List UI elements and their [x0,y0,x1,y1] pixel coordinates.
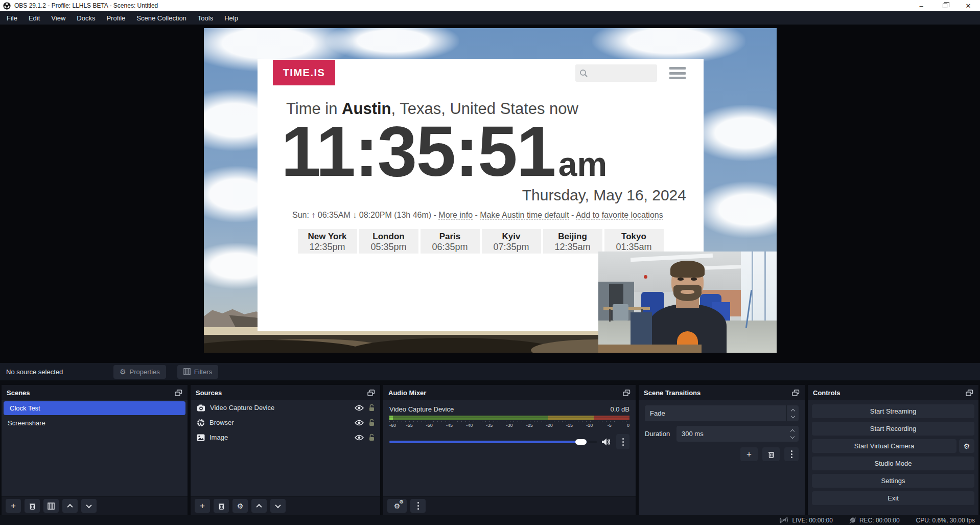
controls-panel: Controls Start Streaming Start Recording… [807,384,979,515]
unlock-icon[interactable] [368,419,375,426]
virtual-camera-settings-button[interactable]: ⚙ [959,439,974,453]
popout-icon[interactable] [623,390,631,396]
eye-icon[interactable] [355,420,364,426]
filters-button[interactable]: Filters [177,365,218,379]
filter-icon [48,503,55,510]
rec-status: REC: 00:00:00 [849,517,900,524]
duration-input[interactable]: 300 ms [676,426,799,442]
volume-slider[interactable] [389,441,597,443]
start-streaming-button[interactable]: Start Streaming [812,404,974,418]
eye-icon[interactable] [355,435,364,441]
mixer-menu-button[interactable] [410,499,426,513]
cloud [694,181,777,238]
start-recording-button[interactable]: Start Recording [812,422,974,436]
vertical-dots-icon [622,438,624,446]
menu-edit[interactable]: Edit [23,11,45,25]
remove-scene-button[interactable] [25,499,40,513]
city-tile-london[interactable]: London 05:35pm [359,229,418,254]
properties-button[interactable]: ⚙ Properties [113,365,166,379]
advanced-audio-button[interactable]: ⚙⚙ [387,499,407,513]
studio-mode-button[interactable]: Studio Mode [812,456,974,470]
volume-slider-handle[interactable] [575,439,587,445]
city-tile-new-york[interactable]: New York 12:35pm [298,229,357,254]
vertical-dots-icon [791,450,792,458]
move-source-down-button[interactable] [270,499,286,513]
webcam-video-source[interactable] [598,252,777,353]
menu-profile[interactable]: Profile [101,11,131,25]
audio-mixer-panel: Audio Mixer Video Capture Device 0.0 dB [383,384,636,515]
audio-mixer-title: Audio Mixer [388,389,426,397]
unlock-icon[interactable] [368,404,375,412]
controls-title: Controls [813,389,840,397]
move-source-up-button[interactable] [251,499,267,513]
menu-bar: File Edit View Docks Profile Scene Colle… [0,11,980,25]
exit-button[interactable]: Exit [812,491,974,505]
menu-scene-collection[interactable]: Scene Collection [131,11,192,25]
menu-docks[interactable]: Docks [71,11,101,25]
move-scene-down-button[interactable] [81,499,97,513]
more-info-link[interactable]: More info [438,211,473,220]
sources-title: Sources [196,389,222,397]
menu-help[interactable]: Help [219,11,244,25]
city-tile-kyiv[interactable]: Kyiv 07:35pm [482,229,541,254]
city-tile-beijing[interactable]: Beijing 12:35am [543,229,602,254]
source-item-video-capture[interactable]: Video Capture Device [191,400,380,415]
city-tile-paris[interactable]: Paris 06:35pm [421,229,480,254]
add-scene-button[interactable]: + [6,499,21,513]
popout-icon[interactable] [792,390,800,396]
minimize-button[interactable]: – [909,0,933,11]
menu-tools[interactable]: Tools [192,11,219,25]
filter-icon [183,368,191,375]
timeis-clock: 11:35:51am [281,110,607,193]
source-item-browser[interactable]: Browser [191,415,380,430]
add-favorite-link[interactable]: Add to favorite locations [576,211,663,220]
source-status-text: No source selected [6,368,113,376]
sun-info: Sun: ↑ 06:35AM ↓ 08:20PM (13h 46m) [292,211,431,219]
start-virtual-camera-button[interactable]: Start Virtual Camera [812,439,956,453]
speaker-icon[interactable] [601,438,612,446]
transition-menu-button[interactable] [784,447,799,461]
transition-select[interactable]: Fade [645,405,799,421]
city-tile-tokyo[interactable]: Tokyo 01:35am [604,229,664,254]
remove-transition-button[interactable] [762,447,780,461]
scene-item-screenshare[interactable]: Screenshare [2,416,188,430]
timeis-date: Thursday, May 16, 2024 [522,187,686,204]
timeis-search-input[interactable] [575,64,657,82]
close-button[interactable]: ✕ [956,0,980,11]
mixer-level-db: 0.0 dB [610,405,629,413]
source-properties-button[interactable]: ⚙ [232,499,248,513]
remove-source-button[interactable] [214,499,229,513]
popout-icon[interactable] [966,390,973,396]
record-inactive-icon [849,517,856,523]
status-bar: LIVE: 00:00:00 REC: 00:00:00 CPU: 0.6%, … [0,515,980,525]
chevron-down-icon [86,502,91,508]
menu-file[interactable]: File [1,11,23,25]
settings-button[interactable]: Settings [812,474,974,488]
obs-logo-icon [3,2,11,10]
source-item-image[interactable]: Image [191,430,380,445]
scene-item-clock-test[interactable]: Clock Test [4,401,185,415]
add-source-button[interactable]: + [195,499,210,513]
live-status: LIVE: 00:00:00 [779,517,832,524]
popout-icon[interactable] [175,390,182,396]
transition-select-spinner[interactable] [786,405,799,421]
globe-icon [197,419,205,427]
scene-filters-button[interactable] [43,499,59,513]
hamburger-menu-icon[interactable] [669,67,686,79]
restore-button[interactable] [933,0,956,11]
unlock-icon[interactable] [368,433,375,441]
mixer-channel-name: Video Capture Device [389,405,454,413]
vertical-dots-icon [417,502,419,510]
scene-transitions-panel: Scene Transitions Fade D [638,384,805,515]
duration-spinner[interactable] [786,426,799,442]
move-scene-up-button[interactable] [62,499,78,513]
mixer-channel-menu-button[interactable] [616,434,629,449]
menu-view[interactable]: View [45,11,71,25]
eye-icon[interactable] [355,405,364,411]
add-transition-button[interactable]: + [740,447,758,461]
popout-icon[interactable] [367,390,375,396]
make-default-link[interactable]: Make Austin time default [480,211,569,220]
scenes-panel: Scenes Clock Test Screenshare + [1,384,188,515]
timeis-logo[interactable]: TIME.IS [273,60,335,85]
scene-canvas[interactable]: TIME.IS Time in Austin, Texas, United St… [204,28,777,353]
